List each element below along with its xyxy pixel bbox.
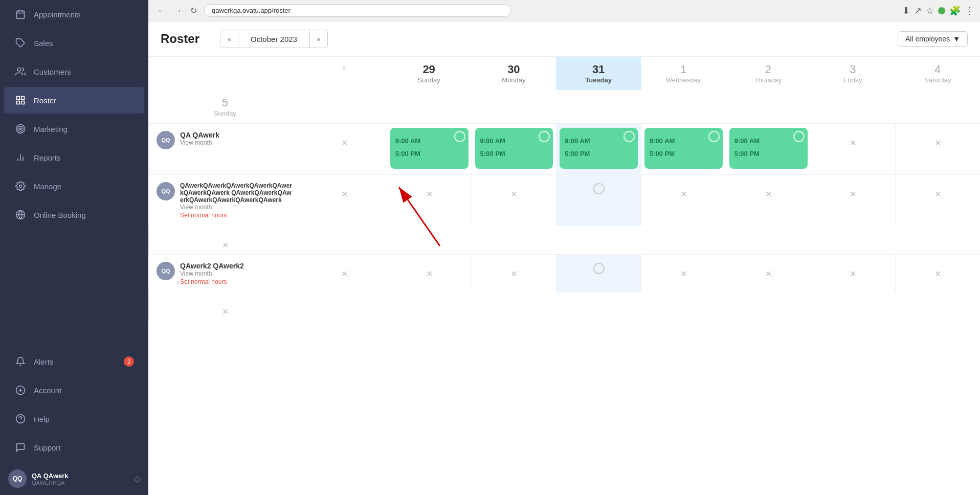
chevron-down-icon: ▼ xyxy=(953,35,960,43)
close-button[interactable]: ✕ xyxy=(644,179,723,199)
day-cell: ✕ xyxy=(302,175,387,226)
employee-rows: QQ QA QAwerk View month ✕ 9:00 AM 5:00 P… xyxy=(148,124,980,321)
sidebar-item-label: Appointments xyxy=(34,10,81,19)
globe-icon xyxy=(14,209,27,221)
day-headers: y 29 Sunday 30 Monday 31 Tuesday 1 Wedne… xyxy=(148,57,980,124)
day-name: Sunday xyxy=(152,109,298,117)
sidebar-item-reports[interactable]: Reports xyxy=(4,144,144,171)
day-name: Wednesday xyxy=(645,76,722,84)
shift-block[interactable]: 9:00 AM 5:00 PM xyxy=(560,128,638,169)
shift-block[interactable]: 9:00 AM 5:00 PM xyxy=(729,128,808,169)
day-header-empty xyxy=(148,57,302,90)
close-button[interactable]: ✕ xyxy=(152,297,299,317)
close-button[interactable]: ✕ xyxy=(390,259,469,279)
svg-rect-9 xyxy=(21,101,25,104)
shift-block[interactable]: 9:00 AM 5:00 PM xyxy=(644,128,723,169)
employee-info: QQ QAwerk2 QAwerk2 View month Set normal… xyxy=(148,255,302,292)
user-footer: QQ QA QAwerk QAWERKQA ◇ xyxy=(0,462,148,495)
close-button[interactable]: ✕ xyxy=(899,128,977,148)
user-name: QA QAwerk xyxy=(32,472,129,480)
close-button[interactable]: ✕ xyxy=(305,259,384,279)
sidebar-item-help[interactable]: Help xyxy=(4,406,144,432)
close-button[interactable]: ✕ xyxy=(814,128,893,148)
sidebar-item-support[interactable]: Support xyxy=(4,434,144,461)
employee-details: QAwerk2 QAwerk2 View month Set normal ho… xyxy=(180,262,294,285)
view-month-link[interactable]: View month xyxy=(180,270,294,277)
sidebar-item-label: Alerts xyxy=(34,357,53,366)
set-normal-hours-link[interactable]: Set normal hours xyxy=(180,278,294,285)
user-info: QA QAwerk QAWERKQA xyxy=(32,472,129,486)
gear-icon xyxy=(14,180,27,192)
shift-circle-button[interactable] xyxy=(708,131,720,142)
sidebar-item-manage[interactable]: Manage xyxy=(4,173,144,199)
close-button[interactable]: ✕ xyxy=(644,259,723,279)
shift-circle-button[interactable] xyxy=(793,131,805,142)
sidebar-item-online-booking[interactable]: Online Booking xyxy=(4,201,144,228)
shift-circle[interactable] xyxy=(593,183,605,194)
puzzle-icon[interactable]: 🧩 xyxy=(949,5,961,16)
view-month-link[interactable]: View month xyxy=(180,204,294,211)
shift-circle-button[interactable] xyxy=(539,131,550,142)
reload-button[interactable]: ↻ xyxy=(187,5,200,16)
sidebar-item-appointments[interactable]: Appointments xyxy=(4,1,144,28)
close-button[interactable]: ✕ xyxy=(899,179,977,199)
day-cell: ✕ xyxy=(387,255,472,292)
close-button[interactable]: ✕ xyxy=(729,259,808,279)
day-name: Saturday xyxy=(899,76,976,84)
close-button[interactable]: ✕ xyxy=(814,179,893,199)
roster-header: Roster « October 2023 » All employees ▼ xyxy=(148,21,980,57)
sidebar-item-label: Help xyxy=(34,415,50,423)
employees-dropdown[interactable]: All employees ▼ xyxy=(898,31,968,47)
close-button[interactable]: ✕ xyxy=(305,179,384,199)
next-month-button[interactable]: » xyxy=(309,30,328,48)
shift-circle-button[interactable] xyxy=(454,131,465,142)
close-button[interactable]: ✕ xyxy=(475,259,553,279)
avatar: QQ xyxy=(157,262,175,280)
target-icon xyxy=(14,123,27,135)
close-button[interactable]: ✕ xyxy=(305,128,384,148)
shift-circle[interactable] xyxy=(593,263,605,274)
prev-month-button[interactable]: « xyxy=(220,30,238,48)
table-row: QQ QA QAwerk View month ✕ 9:00 AM 5:00 P… xyxy=(148,124,980,175)
day-header-sunday-5: 5 Sunday xyxy=(148,90,302,123)
more-icon[interactable]: ⋮ xyxy=(965,5,974,16)
star-icon[interactable]: ☆ xyxy=(926,5,934,16)
close-button[interactable]: ✕ xyxy=(390,179,469,199)
expand-icon[interactable]: ◇ xyxy=(134,474,140,484)
close-button[interactable]: ✕ xyxy=(814,259,893,279)
view-month-link[interactable]: View month xyxy=(180,139,294,146)
day-cell: ✕ xyxy=(472,175,556,226)
circle-icon xyxy=(14,384,27,396)
month-label: October 2023 xyxy=(238,30,309,48)
shift-start: 9:00 AM xyxy=(565,137,633,145)
sidebar-item-alerts[interactable]: Alerts 2 xyxy=(4,348,144,375)
shift-circle-button[interactable] xyxy=(623,131,635,142)
shift-block[interactable]: 9:00 AM 5:00 PM xyxy=(390,128,469,169)
sidebar-item-customers[interactable]: Customers xyxy=(4,58,144,85)
back-button[interactable]: ← xyxy=(154,5,169,16)
sidebar-item-account[interactable]: Account xyxy=(4,377,144,403)
sidebar-item-sales[interactable]: Sales xyxy=(4,30,144,56)
download-icon[interactable]: ⬇ xyxy=(902,5,910,16)
extension-icon[interactable] xyxy=(938,7,945,14)
sidebar-item-roster[interactable]: Roster xyxy=(4,87,144,114)
close-button[interactable]: ✕ xyxy=(152,230,299,250)
day-number: 1 xyxy=(645,63,722,76)
forward-button[interactable]: → xyxy=(171,5,185,16)
close-button[interactable]: ✕ xyxy=(729,179,808,199)
sidebar: Appointments Sales Customers Roster Mark… xyxy=(0,0,148,495)
share-icon[interactable]: ↗ xyxy=(914,5,922,16)
calendar-icon xyxy=(14,8,27,20)
bell-icon xyxy=(14,355,27,368)
sidebar-item-marketing[interactable]: Marketing xyxy=(4,116,144,142)
day-number: 30 xyxy=(476,63,552,76)
close-button[interactable]: ✕ xyxy=(475,179,553,199)
close-button[interactable]: ✕ xyxy=(899,259,977,279)
set-normal-hours-link[interactable]: Set normal hours xyxy=(180,212,294,219)
day-cell: ✕ xyxy=(302,124,387,174)
day-name: Friday xyxy=(815,76,892,84)
shift-block[interactable]: 9:00 AM 5:00 PM xyxy=(475,128,553,169)
day-number: 3 xyxy=(815,63,892,76)
url-bar[interactable]: qawerkqa.ovatu.app/roster xyxy=(204,4,511,17)
browser-bar: ← → ↻ qawerkqa.ovatu.app/roster ⬇ ↗ ☆ 🧩 … xyxy=(148,0,980,21)
